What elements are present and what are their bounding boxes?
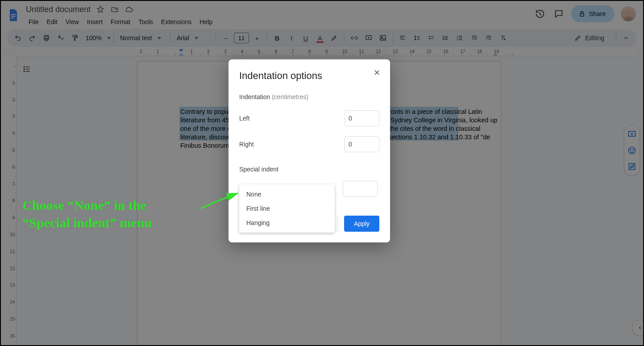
close-button[interactable]: ✕	[371, 67, 382, 78]
special-indent-value-input[interactable]	[343, 181, 378, 197]
apply-button[interactable]: Apply	[344, 216, 379, 232]
left-indent-row: Left	[239, 110, 379, 126]
special-option-first-line[interactable]: First line	[239, 201, 335, 216]
special-indent-menu: None First line Hanging	[239, 184, 335, 233]
special-indent-label: Special indent	[239, 166, 379, 173]
left-label: Left	[239, 115, 249, 122]
indentation-section-label: Indentation (centimetres)	[239, 93, 379, 100]
special-option-none[interactable]: None	[239, 187, 335, 201]
indentation-options-dialog: Indentation options ✕ Indentation (centi…	[229, 59, 390, 242]
right-indent-input[interactable]	[345, 136, 379, 152]
right-label: Right	[239, 141, 254, 148]
dialog-title: Indentation options	[239, 70, 379, 82]
left-indent-input[interactable]	[345, 110, 379, 126]
special-option-hanging[interactable]: Hanging	[239, 216, 335, 230]
right-indent-row: Right	[239, 136, 379, 152]
